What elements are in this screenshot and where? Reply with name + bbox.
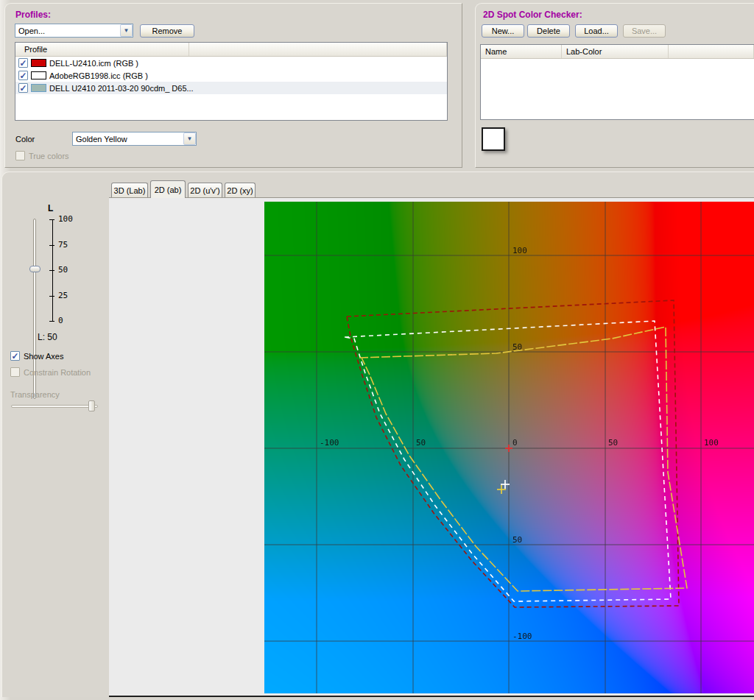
- chart-area: -100500501001005050-100: [109, 197, 754, 697]
- constrain-rotation-checkbox[interactable]: [10, 367, 20, 377]
- constrain-rotation-row: Constrain Rotation: [10, 367, 91, 377]
- l-tick: [49, 219, 54, 220]
- l-tick-label: 25: [58, 291, 68, 300]
- profile-color-swatch: [31, 84, 46, 92]
- l-tick-label: 75: [58, 240, 68, 250]
- l-tick: [49, 296, 54, 297]
- open-profile-combobox[interactable]: Open... ▼: [15, 24, 133, 38]
- show-axes-row: ✓ Show Axes: [10, 351, 63, 361]
- spot-load-button[interactable]: Load...: [575, 24, 618, 38]
- spot-new-button[interactable]: New...: [482, 24, 524, 38]
- profile-name: DELL-U2410.icm (RGB ): [49, 59, 138, 68]
- tab-3d-lab[interactable]: 3D (Lab): [111, 183, 148, 197]
- tab-2d-u-v[interactable]: 2D (u'v'): [188, 183, 222, 197]
- show-axes-checkbox[interactable]: ✓: [10, 351, 20, 361]
- spot-column-spacer: [669, 45, 754, 58]
- l-tick: [49, 270, 54, 271]
- profile-checkbox[interactable]: ✓: [18, 71, 28, 80]
- chevron-down-icon[interactable]: ▼: [120, 24, 133, 37]
- tab-2d-ab[interactable]: 2D (ab): [150, 180, 186, 198]
- open-profile-combobox-value: Open...: [18, 26, 45, 35]
- l-tick-label: 100: [58, 214, 73, 224]
- viewer-panel: L 1007550250 L: 50 ✓ Show Axes Constrain…: [1, 172, 754, 697]
- profile-checkbox[interactable]: ✓: [18, 58, 28, 68]
- spot-column-lab-color[interactable]: Lab-Color: [562, 45, 669, 58]
- profiles-list-body: ✓DELL-U2410.icm (RGB )✓AdobeRGB1998.icc …: [15, 57, 447, 94]
- l-tick-label: 50: [58, 265, 68, 275]
- remove-button[interactable]: Remove: [140, 24, 194, 38]
- l-tick: [49, 245, 54, 246]
- profile-checkbox[interactable]: ✓: [18, 83, 28, 93]
- spot-color-checker-panel: 2D Spot Color Checker: New...DeleteLoad.…: [475, 3, 754, 168]
- l-slider-thumb[interactable]: [29, 266, 40, 272]
- spot-save-button[interactable]: Save...: [623, 24, 666, 38]
- spot-color-swatch[interactable]: [482, 127, 505, 151]
- constrain-rotation-label: Constrain Rotation: [24, 368, 91, 377]
- profiles-list-header-spacer: [189, 43, 447, 56]
- profile-row[interactable]: ✓DELL U2410 2011-03-20 90cdm_ D65...: [15, 82, 447, 94]
- profile-name: DELL U2410 2011-03-20 90cdm_ D65...: [49, 84, 194, 93]
- true-colors-label: True colors: [29, 152, 69, 160]
- profile-row[interactable]: ✓DELL-U2410.icm (RGB ): [15, 57, 447, 69]
- chevron-down-icon[interactable]: ▼: [183, 132, 196, 145]
- profiles-list-header[interactable]: Profile: [15, 43, 447, 57]
- l-tick: [49, 321, 54, 322]
- transparency-label: Transparency: [10, 390, 60, 399]
- true-colors-checkbox[interactable]: [15, 151, 25, 160]
- true-colors-row: True colors: [15, 151, 69, 160]
- show-axes-label: Show Axes: [24, 352, 63, 361]
- profiles-list[interactable]: Profile ✓DELL-U2410.icm (RGB )✓AdobeRGB1…: [15, 42, 448, 121]
- profiles-panel: Profiles: Open... ▼ Remove Profile ✓DELL…: [4, 3, 462, 168]
- profile-color-swatch: [31, 59, 46, 67]
- spot-table-header[interactable]: NameLab-Color: [481, 45, 754, 59]
- profiles-panel-title: Profiles:: [15, 10, 51, 20]
- color-label: Color: [15, 135, 35, 144]
- l-slider-label: L: [48, 203, 53, 213]
- transparency-slider-thumb[interactable]: [88, 400, 95, 411]
- profile-name: AdobeRGB1998.icc (RGB ): [49, 71, 148, 80]
- l-tick-label: 0: [58, 316, 63, 325]
- tab-2d-xy[interactable]: 2D (xy): [225, 183, 256, 197]
- color-combobox-value: Golden Yellow: [76, 135, 127, 144]
- color-combobox[interactable]: Golden Yellow ▼: [72, 132, 197, 146]
- l-value-label: L: 50: [38, 332, 57, 342]
- spot-panel-title: 2D Spot Color Checker:: [483, 10, 582, 20]
- spot-color-table[interactable]: NameLab-Color: [480, 44, 754, 120]
- spot-delete-button[interactable]: Delete: [527, 24, 570, 38]
- profiles-list-header-profile[interactable]: Profile: [15, 43, 189, 56]
- lab-ab-gamut-chart[interactable]: [264, 202, 754, 693]
- profile-color-swatch: [31, 71, 46, 79]
- profile-row[interactable]: ✓AdobeRGB1998.icc (RGB ): [15, 69, 447, 82]
- transparency-slider-track[interactable]: [11, 405, 98, 408]
- spot-column-name[interactable]: Name: [481, 45, 562, 58]
- app-window: { "profiles_panel": { "title": "Profiles…: [0, 0, 754, 700]
